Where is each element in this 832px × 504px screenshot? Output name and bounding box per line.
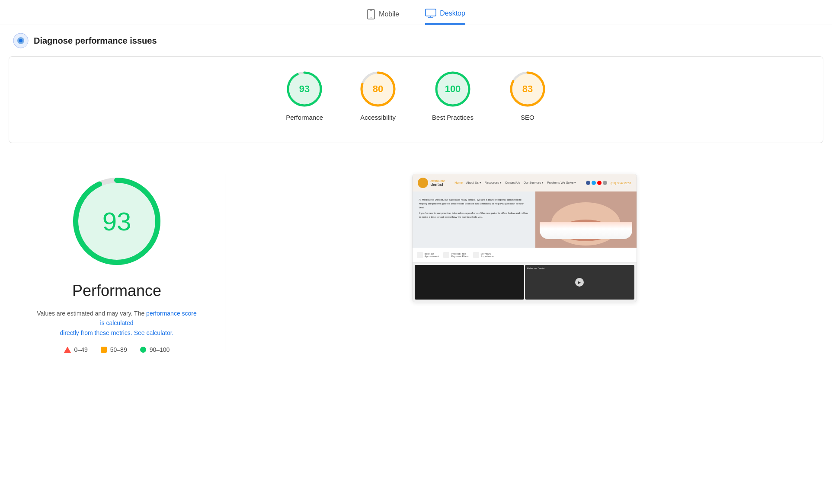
large-score-area: 93 Performance Values are estimated and … (35, 174, 199, 353)
preview-hero-image (535, 191, 636, 248)
description-text: Values are estimated and may vary. The (37, 310, 144, 317)
preview-features: Book anAppointment Interest FreePayment … (413, 248, 637, 263)
score-value-performance: 93 (299, 83, 310, 95)
preview-hero-content: At Melbourne Dentist, our agenda is real… (413, 191, 536, 248)
score-value-seo: 83 (522, 83, 533, 95)
main-content: 93 Performance Values are estimated and … (0, 156, 832, 370)
extra-social-icon (603, 181, 607, 185)
preview-logo-circle (418, 178, 428, 188)
legend-high: 90–100 (140, 346, 170, 353)
tab-mobile-label: Mobile (379, 10, 399, 18)
feature-1-label: Book anAppointment (425, 252, 439, 258)
legend-high-range: 90–100 (150, 346, 170, 353)
score-card-performance: 93 Performance (285, 70, 324, 121)
score-value-best-practices: 100 (445, 83, 461, 95)
score-card-best-practices: 100 Best Practices (432, 70, 474, 121)
tab-desktop[interactable]: Desktop (425, 9, 465, 25)
hero-smile-svg (535, 191, 636, 248)
video-thumb-1 (415, 265, 524, 300)
score-label-best-practices: Best Practices (432, 114, 474, 121)
play-button[interactable]: ▶ (575, 278, 584, 287)
triangle-icon (64, 347, 71, 353)
svg-point-1 (371, 17, 371, 18)
experience-icon (473, 252, 479, 258)
square-icon (101, 347, 107, 353)
preview-videos: Melbourne Dentist ▶ (413, 263, 637, 302)
score-label-performance: Performance (286, 114, 323, 121)
legend-low: 0–49 (64, 346, 88, 353)
svg-rect-27 (564, 224, 608, 233)
facebook-icon (586, 181, 590, 185)
legend-mid: 50–89 (101, 346, 127, 353)
calculator-link[interactable]: See calculator. (134, 329, 174, 336)
website-preview: melbourne dentist Home About Us ▾ Resour… (412, 174, 637, 302)
score-cards: 93 Performance 80 Accessibility (18, 70, 814, 121)
desktop-icon (425, 9, 436, 18)
page-title: Diagnose performance issues (34, 36, 157, 46)
feature-3-label: 30 YearsExperience (481, 252, 494, 258)
svg-rect-3 (426, 9, 436, 16)
preview-phone: (03) 9847 6255 (611, 182, 631, 185)
header-icon (13, 33, 29, 48)
legend-mid-range: 50–89 (110, 346, 127, 353)
svg-point-8 (19, 39, 22, 42)
appointment-icon (417, 252, 423, 258)
score-value-accessibility: 80 (373, 83, 383, 95)
mobile-icon (367, 9, 375, 19)
screenshot-area: melbourne dentist Home About Us ▾ Resour… (251, 174, 797, 302)
score-card-seo: 83 SEO (508, 70, 547, 121)
tab-desktop-label: Desktop (440, 10, 465, 17)
youtube-icon (597, 181, 602, 185)
twitter-icon (592, 181, 596, 185)
large-score-value: 93 (102, 207, 131, 236)
feature-2-label: Interest FreePayment Plans (451, 252, 468, 258)
legend-low-range: 0–49 (74, 346, 88, 353)
vertical-divider (225, 174, 225, 353)
preview-hero-text-2: If you're new to our practice, take adva… (419, 211, 529, 219)
preview-hero: At Melbourne Dentist, our agenda is real… (413, 191, 637, 248)
score-description: Values are estimated and may vary. The p… (35, 309, 199, 338)
page-header: Diagnose performance issues (0, 25, 832, 56)
tab-bar: Mobile Desktop (0, 0, 832, 25)
circle-score-best-practices: 100 (433, 70, 472, 108)
circle-score-accessibility: 80 (358, 70, 397, 108)
score-label-seo: SEO (521, 114, 534, 121)
score-label-accessibility: Accessibility (360, 114, 396, 121)
preview-hero-text-1: At Melbourne Dentist, our agenda is real… (419, 198, 529, 210)
large-score-title: Performance (72, 282, 161, 300)
preview-feature-1: Book anAppointment (417, 252, 439, 258)
score-card-accessibility: 80 Accessibility (358, 70, 397, 121)
svg-point-26 (560, 220, 612, 241)
circle-score-performance: 93 (285, 70, 324, 108)
score-section: 93 Performance 80 Accessibility (9, 56, 823, 143)
tab-mobile[interactable]: Mobile (367, 9, 399, 25)
preview-logo-text: dentist (431, 182, 445, 187)
preview-nav-items: Home About Us ▾ Resources ▾ Contact Us O… (448, 181, 582, 185)
preview-feature-3: 30 YearsExperience (473, 252, 494, 258)
circle-score-seo: 83 (508, 70, 547, 108)
video-thumb-2: Melbourne Dentist ▶ (525, 265, 634, 300)
preview-logo: melbourne dentist (418, 178, 445, 188)
circle-icon (140, 347, 146, 353)
preview-social-icons (586, 181, 607, 185)
legend: 0–49 50–89 90–100 (64, 346, 170, 353)
video-label: Melbourne Dentist (527, 267, 545, 270)
large-score-circle: 93 (69, 174, 164, 269)
payment-icon (443, 252, 449, 258)
preview-nav-bar: melbourne dentist Home About Us ▾ Resour… (413, 174, 637, 191)
preview-feature-2: Interest FreePayment Plans (443, 252, 468, 258)
section-divider (9, 152, 823, 152)
